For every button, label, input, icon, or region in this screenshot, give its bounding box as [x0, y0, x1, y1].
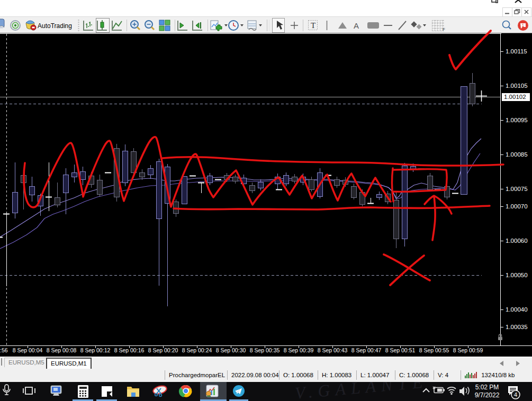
svg-text:1.00050: 1.00050	[506, 272, 528, 278]
svg-text:5:02 PM: 5:02 PM	[475, 384, 499, 391]
svg-text:1.00075: 1.00075	[506, 186, 528, 192]
svg-text:1.00040: 1.00040	[506, 306, 528, 313]
svg-text:1.00060: 1.00060	[506, 238, 528, 244]
svg-text:1.00115: 1.00115	[506, 48, 527, 54]
svg-text:9/7/2022: 9/7/2022	[475, 391, 500, 399]
svg-text:1.00095: 1.00095	[506, 117, 528, 123]
svg-text:1.00085: 1.00085	[506, 151, 528, 158]
svg-text:4: 4	[514, 391, 517, 398]
svg-text:1.00105: 1.00105	[506, 83, 528, 89]
svg-text:1.00035: 1.00035	[506, 324, 528, 330]
svg-text::56: :56	[0, 347, 8, 353]
svg-text:1.00102: 1.00102	[504, 94, 526, 100]
svg-text:1.00070: 1.00070	[506, 203, 528, 209]
